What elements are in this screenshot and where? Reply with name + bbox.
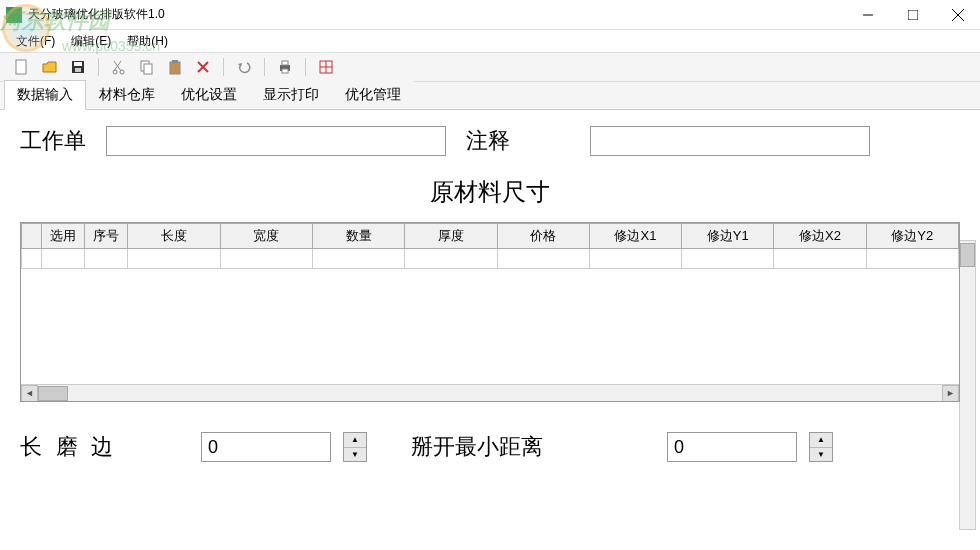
grid-button[interactable] <box>316 57 336 77</box>
close-button[interactable] <box>935 0 980 30</box>
top-form-row: 工作单 注释 <box>20 126 960 156</box>
svg-point-10 <box>113 70 117 74</box>
maximize-icon <box>908 10 918 20</box>
col-qty[interactable]: 数量 <box>312 224 404 249</box>
tab-material-warehouse[interactable]: 材料仓库 <box>86 80 168 109</box>
table-header-row: 选用 序号 长度 宽度 数量 厚度 价格 修边X1 修边Y1 修边X2 修边Y2 <box>22 224 959 249</box>
window-controls <box>845 0 980 30</box>
tab-display-print[interactable]: 显示打印 <box>250 80 332 109</box>
menu-help[interactable]: 帮助(H) <box>119 31 176 52</box>
note-input[interactable] <box>590 126 870 156</box>
open-button[interactable] <box>40 57 60 77</box>
toolbar-sep-3 <box>264 58 265 76</box>
col-thickness[interactable]: 厚度 <box>405 224 497 249</box>
tab-optimize-settings[interactable]: 优化设置 <box>168 80 250 109</box>
open-icon <box>42 59 58 75</box>
svg-rect-6 <box>74 62 82 66</box>
toolbar-sep-2 <box>223 58 224 76</box>
grind-spinner: ▲ ▼ <box>343 432 367 462</box>
print-button[interactable] <box>275 57 295 77</box>
min-dist-input[interactable] <box>667 432 797 462</box>
close-icon <box>952 9 964 21</box>
cut-button[interactable] <box>109 57 129 77</box>
material-table: 选用 序号 长度 宽度 数量 厚度 价格 修边X1 修边Y1 修边X2 修边Y2 <box>21 223 959 269</box>
tabbar: 数据输入 材料仓库 优化设置 显示打印 优化管理 <box>0 82 980 110</box>
col-blank[interactable] <box>22 224 42 249</box>
grid-icon <box>318 59 334 75</box>
table-row[interactable] <box>22 249 959 269</box>
horizontal-scrollbar[interactable]: ◄ ► <box>21 384 959 401</box>
paste-button[interactable] <box>165 57 185 77</box>
app-icon <box>6 7 22 23</box>
col-price[interactable]: 价格 <box>497 224 589 249</box>
svg-rect-7 <box>75 68 81 72</box>
menu-file[interactable]: 文件(F) <box>8 31 63 52</box>
tab-optimize-manage[interactable]: 优化管理 <box>332 80 414 109</box>
section-title-material: 原材料尺寸 <box>20 176 960 208</box>
min-dist-label: 掰开最小距离 <box>411 432 543 462</box>
grind-input[interactable] <box>201 432 331 462</box>
svg-rect-20 <box>282 69 288 73</box>
grind-label: 长 磨 边 <box>20 432 117 462</box>
minimize-button[interactable] <box>845 0 890 30</box>
min-dist-spinner: ▲ ▼ <box>809 432 833 462</box>
delete-icon <box>195 59 211 75</box>
svg-point-11 <box>120 70 124 74</box>
col-length[interactable]: 长度 <box>128 224 220 249</box>
svg-rect-15 <box>172 60 178 63</box>
delete-button[interactable] <box>193 57 213 77</box>
menubar: 文件(F) 编辑(E) 帮助(H) <box>0 30 980 52</box>
svg-rect-4 <box>16 60 26 74</box>
worksheet-input[interactable] <box>106 126 446 156</box>
new-icon <box>14 59 30 75</box>
min-dist-spin-up[interactable]: ▲ <box>810 433 832 448</box>
col-index[interactable]: 序号 <box>84 224 127 249</box>
copy-icon <box>139 59 155 75</box>
print-icon <box>277 59 293 75</box>
window-title: 天分玻璃优化排版软件1.0 <box>28 6 165 23</box>
vertical-scrollbar[interactable] <box>959 240 976 530</box>
paste-icon <box>167 59 183 75</box>
svg-rect-1 <box>908 10 918 20</box>
v-scroll-thumb[interactable] <box>960 243 975 267</box>
content-area: 工作单 注释 原材料尺寸 选用 序号 长度 宽度 数量 厚度 价格 修边X1 修… <box>0 110 980 550</box>
bottom-form-row: 长 磨 边 ▲ ▼ 掰开最小距离 ▲ ▼ <box>20 432 960 462</box>
col-trim-x2[interactable]: 修边X2 <box>774 224 866 249</box>
scroll-right-arrow[interactable]: ► <box>942 385 959 402</box>
col-select[interactable]: 选用 <box>41 224 84 249</box>
material-table-wrap: 选用 序号 长度 宽度 数量 厚度 价格 修边X1 修边Y1 修边X2 修边Y2 <box>20 222 960 402</box>
col-trim-y2[interactable]: 修边Y2 <box>866 224 958 249</box>
maximize-button[interactable] <box>890 0 935 30</box>
col-trim-y1[interactable]: 修边Y1 <box>682 224 774 249</box>
cut-icon <box>111 59 127 75</box>
h-scroll-thumb[interactable] <box>38 386 68 401</box>
save-icon <box>70 59 86 75</box>
new-button[interactable] <box>12 57 32 77</box>
note-label: 注释 <box>466 126 510 156</box>
toolbar-sep-1 <box>98 58 99 76</box>
min-dist-spin-down[interactable]: ▼ <box>810 448 832 462</box>
titlebar: 天分玻璃优化排版软件1.0 <box>0 0 980 30</box>
toolbar-sep-4 <box>305 58 306 76</box>
scroll-left-arrow[interactable]: ◄ <box>21 385 38 402</box>
svg-rect-13 <box>144 64 152 74</box>
col-trim-x1[interactable]: 修边X1 <box>589 224 681 249</box>
worksheet-label: 工作单 <box>20 126 86 156</box>
svg-rect-14 <box>170 62 180 74</box>
tab-data-input[interactable]: 数据输入 <box>4 80 86 110</box>
grind-spin-up[interactable]: ▲ <box>344 433 366 448</box>
undo-button[interactable] <box>234 57 254 77</box>
minimize-icon <box>863 10 873 20</box>
toolbar <box>0 52 980 82</box>
svg-rect-19 <box>282 61 288 65</box>
copy-button[interactable] <box>137 57 157 77</box>
col-width[interactable]: 宽度 <box>220 224 312 249</box>
undo-icon <box>236 59 252 75</box>
menu-edit[interactable]: 编辑(E) <box>63 31 119 52</box>
grind-spin-down[interactable]: ▼ <box>344 448 366 462</box>
save-button[interactable] <box>68 57 88 77</box>
